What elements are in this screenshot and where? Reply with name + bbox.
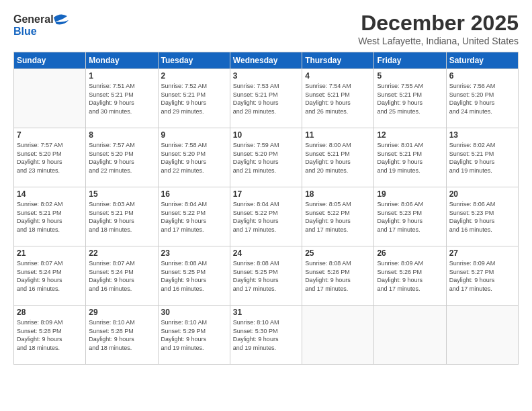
calendar-cell: 6Sunrise: 7:56 AM Sunset: 5:20 PM Daylig… — [446, 69, 518, 128]
weekday-header: Friday — [374, 52, 446, 69]
weekday-header: Tuesday — [158, 52, 230, 69]
svg-text:General: General — [13, 13, 54, 25]
day-info: Sunrise: 8:01 AM Sunset: 5:21 PM Dayligh… — [377, 141, 443, 175]
calendar-cell: 10Sunrise: 7:59 AM Sunset: 5:20 PM Dayli… — [230, 128, 302, 187]
calendar-cell — [374, 306, 446, 365]
calendar-cell: 3Sunrise: 7:53 AM Sunset: 5:21 PM Daylig… — [230, 69, 302, 128]
day-info: Sunrise: 8:08 AM Sunset: 5:26 PM Dayligh… — [305, 259, 371, 293]
calendar-cell: 20Sunrise: 8:06 AM Sunset: 5:23 PM Dayli… — [446, 187, 518, 246]
day-number: 8 — [89, 130, 154, 140]
calendar-cell: 18Sunrise: 8:05 AM Sunset: 5:22 PM Dayli… — [302, 187, 374, 246]
day-info: Sunrise: 7:57 AM Sunset: 5:20 PM Dayligh… — [17, 141, 83, 175]
day-number: 7 — [17, 130, 83, 140]
month-title: December 2025 — [358, 11, 519, 36]
calendar-cell: 9Sunrise: 7:58 AM Sunset: 5:20 PM Daylig… — [158, 128, 230, 187]
calendar-cell: 4Sunrise: 7:54 AM Sunset: 5:21 PM Daylig… — [302, 69, 374, 128]
calendar-table: SundayMondayTuesdayWednesdayThursdayFrid… — [13, 52, 519, 365]
calendar-week-row: 14Sunrise: 8:02 AM Sunset: 5:21 PM Dayli… — [14, 187, 519, 246]
weekday-header: Saturday — [446, 52, 518, 69]
day-number: 3 — [233, 71, 299, 81]
day-number: 24 — [233, 248, 299, 258]
day-number: 13 — [449, 130, 515, 140]
day-info: Sunrise: 8:10 AM Sunset: 5:29 PM Dayligh… — [161, 318, 227, 352]
weekday-header: Sunday — [14, 52, 86, 69]
day-number: 20 — [449, 189, 515, 199]
calendar-cell: 14Sunrise: 8:02 AM Sunset: 5:21 PM Dayli… — [14, 187, 86, 246]
day-number: 30 — [161, 308, 227, 317]
calendar-cell: 19Sunrise: 8:06 AM Sunset: 5:23 PM Dayli… — [374, 187, 446, 246]
day-info: Sunrise: 7:53 AM Sunset: 5:21 PM Dayligh… — [233, 82, 299, 116]
day-info: Sunrise: 8:04 AM Sunset: 5:22 PM Dayligh… — [161, 200, 227, 234]
day-info: Sunrise: 8:02 AM Sunset: 5:21 PM Dayligh… — [17, 200, 83, 234]
day-info: Sunrise: 8:04 AM Sunset: 5:22 PM Dayligh… — [233, 200, 299, 234]
day-number: 11 — [305, 130, 371, 140]
day-number: 22 — [89, 248, 154, 258]
calendar-cell: 23Sunrise: 8:08 AM Sunset: 5:25 PM Dayli… — [158, 246, 230, 306]
day-number: 4 — [305, 71, 371, 81]
calendar-cell: 31Sunrise: 8:10 AM Sunset: 5:30 PM Dayli… — [230, 306, 302, 365]
calendar-cell: 24Sunrise: 8:08 AM Sunset: 5:25 PM Dayli… — [230, 246, 302, 306]
location-title: West Lafayette, Indiana, United States — [358, 36, 519, 46]
day-number: 19 — [377, 189, 443, 199]
calendar-cell — [446, 306, 518, 365]
calendar-cell — [302, 306, 374, 365]
calendar-cell: 1Sunrise: 7:51 AM Sunset: 5:21 PM Daylig… — [86, 69, 158, 128]
calendar-week-row: 28Sunrise: 8:09 AM Sunset: 5:28 PM Dayli… — [14, 306, 519, 365]
day-number: 14 — [17, 189, 83, 199]
day-number: 16 — [161, 189, 227, 199]
day-number: 18 — [305, 189, 371, 199]
day-info: Sunrise: 7:55 AM Sunset: 5:21 PM Dayligh… — [377, 82, 443, 116]
calendar-cell: 7Sunrise: 7:57 AM Sunset: 5:20 PM Daylig… — [14, 128, 86, 187]
calendar-cell: 11Sunrise: 8:00 AM Sunset: 5:21 PM Dayli… — [302, 128, 374, 187]
day-info: Sunrise: 7:56 AM Sunset: 5:20 PM Dayligh… — [449, 82, 515, 116]
day-info: Sunrise: 8:06 AM Sunset: 5:23 PM Dayligh… — [449, 200, 515, 234]
day-number: 5 — [377, 71, 443, 81]
day-info: Sunrise: 8:08 AM Sunset: 5:25 PM Dayligh… — [233, 259, 299, 293]
day-info: Sunrise: 8:10 AM Sunset: 5:30 PM Dayligh… — [233, 318, 299, 352]
day-number: 6 — [449, 71, 515, 81]
day-info: Sunrise: 7:57 AM Sunset: 5:20 PM Dayligh… — [89, 141, 154, 175]
day-number: 2 — [161, 71, 227, 81]
calendar-week-row: 21Sunrise: 8:07 AM Sunset: 5:24 PM Dayli… — [14, 246, 519, 306]
calendar-cell: 15Sunrise: 8:03 AM Sunset: 5:21 PM Dayli… — [86, 187, 158, 246]
day-info: Sunrise: 8:00 AM Sunset: 5:21 PM Dayligh… — [305, 141, 371, 175]
day-number: 23 — [161, 248, 227, 258]
day-number: 29 — [89, 308, 154, 317]
calendar-cell: 27Sunrise: 8:09 AM Sunset: 5:27 PM Dayli… — [446, 246, 518, 306]
day-number: 31 — [233, 308, 299, 317]
day-info: Sunrise: 8:09 AM Sunset: 5:26 PM Dayligh… — [377, 259, 443, 293]
calendar-cell: 2Sunrise: 7:52 AM Sunset: 5:21 PM Daylig… — [158, 69, 230, 128]
day-info: Sunrise: 8:10 AM Sunset: 5:28 PM Dayligh… — [89, 318, 154, 352]
day-number: 17 — [233, 189, 299, 199]
calendar-cell: 17Sunrise: 8:04 AM Sunset: 5:22 PM Dayli… — [230, 187, 302, 246]
day-number: 27 — [449, 248, 515, 258]
day-number: 10 — [233, 130, 299, 140]
calendar-cell: 12Sunrise: 8:01 AM Sunset: 5:21 PM Dayli… — [374, 128, 446, 187]
day-info: Sunrise: 8:08 AM Sunset: 5:25 PM Dayligh… — [161, 259, 227, 293]
calendar-cell: 28Sunrise: 8:09 AM Sunset: 5:28 PM Dayli… — [14, 306, 86, 365]
day-info: Sunrise: 8:05 AM Sunset: 5:22 PM Dayligh… — [305, 200, 371, 234]
day-info: Sunrise: 8:09 AM Sunset: 5:27 PM Dayligh… — [449, 259, 515, 293]
calendar-header-row: SundayMondayTuesdayWednesdayThursdayFrid… — [14, 52, 519, 69]
day-info: Sunrise: 7:59 AM Sunset: 5:20 PM Dayligh… — [233, 141, 299, 175]
day-number: 28 — [17, 308, 83, 317]
calendar-cell: 26Sunrise: 8:09 AM Sunset: 5:26 PM Dayli… — [374, 246, 446, 306]
day-info: Sunrise: 7:54 AM Sunset: 5:21 PM Dayligh… — [305, 82, 371, 116]
header: General Blue December 2025 West Lafayett… — [13, 11, 519, 46]
day-info: Sunrise: 7:58 AM Sunset: 5:20 PM Dayligh… — [161, 141, 227, 175]
svg-text:Blue: Blue — [13, 26, 37, 37]
calendar-week-row: 7Sunrise: 7:57 AM Sunset: 5:20 PM Daylig… — [14, 128, 519, 187]
day-number: 12 — [377, 130, 443, 140]
day-info: Sunrise: 8:09 AM Sunset: 5:28 PM Dayligh… — [17, 318, 83, 352]
day-info: Sunrise: 8:07 AM Sunset: 5:24 PM Dayligh… — [89, 259, 154, 293]
calendar-cell: 13Sunrise: 8:02 AM Sunset: 5:21 PM Dayli… — [446, 128, 518, 187]
day-info: Sunrise: 7:51 AM Sunset: 5:21 PM Dayligh… — [89, 82, 154, 116]
title-area: December 2025 West Lafayette, Indiana, U… — [358, 11, 519, 46]
day-info: Sunrise: 8:02 AM Sunset: 5:21 PM Dayligh… — [449, 141, 515, 175]
calendar-cell: 16Sunrise: 8:04 AM Sunset: 5:22 PM Dayli… — [158, 187, 230, 246]
calendar-cell: 25Sunrise: 8:08 AM Sunset: 5:26 PM Dayli… — [302, 246, 374, 306]
day-number: 25 — [305, 248, 371, 258]
day-number: 9 — [161, 130, 227, 140]
calendar-cell: 8Sunrise: 7:57 AM Sunset: 5:20 PM Daylig… — [86, 128, 158, 187]
day-number: 21 — [17, 248, 83, 258]
